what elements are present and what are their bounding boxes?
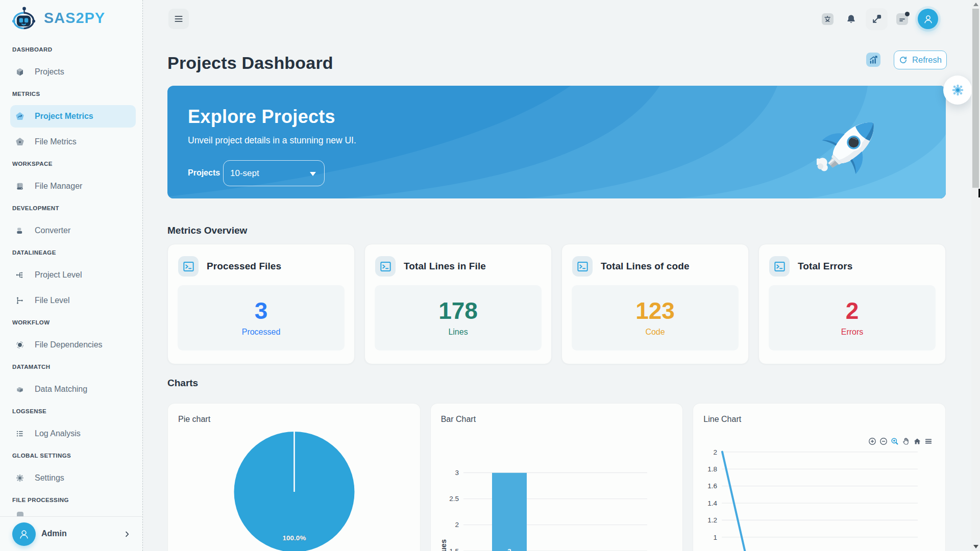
refresh-label: Refresh xyxy=(912,55,942,65)
terminal-icon xyxy=(769,256,790,277)
bar-series-rect[interactable] xyxy=(492,473,527,551)
scrollbar-thumb[interactable] xyxy=(972,9,979,188)
profile-avatar-button[interactable] xyxy=(918,9,938,29)
metric-card-title: Total Lines of code xyxy=(601,261,690,272)
tree-icon xyxy=(15,270,24,280)
nav-section-global-settings: GLOBAL SETTINGS xyxy=(12,452,142,459)
sidebar-user[interactable]: Admin xyxy=(0,516,142,551)
brand-name: SAS2PY xyxy=(44,10,105,27)
line-ytick: 1.2 xyxy=(708,516,718,524)
activity-log-button[interactable] xyxy=(896,13,908,25)
sidebar-item-label: File Dependencies xyxy=(35,340,103,349)
sidebar-item-label: Settings xyxy=(35,473,64,483)
metric-panel: 3 Processed xyxy=(178,285,345,350)
sidebar-item-file-manager[interactable]: File Manager xyxy=(10,175,136,197)
main-content: Projects Dashboard Refresh Explore Proje… xyxy=(143,0,980,551)
project-select-value: 10-sept xyxy=(230,168,259,179)
sidebar: SAS2PY DASHBOARD Projects METRICS Projec… xyxy=(0,0,143,551)
branch-icon xyxy=(15,296,24,305)
banner-title: Explore Projects xyxy=(188,106,335,128)
nav-section-file-processing: FILE PROCESSING xyxy=(12,496,142,504)
line-series[interactable] xyxy=(722,452,747,551)
metric-value: 178 xyxy=(438,299,478,322)
notification-badge xyxy=(905,12,910,16)
nav-section-logsense: LOGSENSE xyxy=(12,408,142,415)
metric-panel: 178 Lines xyxy=(375,285,542,350)
metric-card-header: Total Lines in File xyxy=(375,256,541,277)
refresh-icon xyxy=(899,56,908,64)
metric-card-header: Total Errors xyxy=(769,256,935,277)
user-name: Admin xyxy=(41,529,67,538)
bar-chart[interactable]: 3 2.5 2 1.5 3 Values xyxy=(431,404,683,551)
radar-icon xyxy=(15,340,24,349)
metric-card-header: Processed Files xyxy=(178,256,344,277)
metric-label: Lines xyxy=(448,328,468,337)
sidebar-item-project-level[interactable]: Project Level xyxy=(10,264,136,286)
sidebar-item-label: File Manager xyxy=(35,182,82,191)
sidebar-item-label: Projects xyxy=(35,67,64,77)
sidebar-item-file-metrics[interactable]: File Metrics xyxy=(10,131,136,153)
metric-value: 3 xyxy=(255,299,268,322)
notifications-button[interactable] xyxy=(846,13,856,24)
metric-card-processed-files: Processed Files 3 Processed xyxy=(167,244,355,364)
line-ytick: 1.4 xyxy=(708,499,718,507)
sidebar-item-project-metrics[interactable]: Project Metrics xyxy=(10,105,136,128)
terminal-icon xyxy=(178,256,199,277)
bar-ylabel: Values xyxy=(439,539,448,551)
pie-chart[interactable]: 100.0% xyxy=(168,404,421,551)
metric-card-total-errors: Total Errors 2 Errors xyxy=(758,244,946,364)
nav-section-workflow: WORKFLOW xyxy=(12,319,142,326)
project-select-label: Projects xyxy=(188,168,220,178)
line-chart-card: Line Chart xyxy=(693,403,946,551)
rocket-illustration xyxy=(817,109,888,185)
refresh-button[interactable]: Refresh xyxy=(894,51,947,69)
line-ytick: 1.6 xyxy=(708,482,718,490)
metric-label: Errors xyxy=(841,328,864,337)
line-ytick: 2 xyxy=(714,448,718,456)
brand-logo[interactable]: SAS2PY xyxy=(12,6,105,30)
bar-value-label: 3 xyxy=(507,547,511,551)
chevron-down-icon xyxy=(310,172,316,176)
sidebar-item-projects[interactable]: Projects xyxy=(10,61,136,83)
line-chart[interactable]: 2 1.8 1.6 1.4 1.2 1 xyxy=(693,404,946,551)
translate-icon xyxy=(823,15,832,23)
scroll-down-arrow-icon[interactable] xyxy=(973,545,978,548)
person-icon xyxy=(18,528,30,540)
sidebar-item-file-level[interactable]: File Level xyxy=(10,289,136,312)
gear-icon xyxy=(951,83,965,97)
sidebar-nav: DASHBOARD Projects METRICS Project Metri… xyxy=(0,42,142,516)
sidebar-item-label: Log Analysis xyxy=(35,429,81,438)
hamburger-icon xyxy=(174,14,184,24)
sidebar-item-data-matching[interactable]: Data Matching xyxy=(10,378,136,400)
settings-fab[interactable] xyxy=(943,76,972,105)
clipped-nav-item-icon xyxy=(17,512,23,516)
language-button[interactable] xyxy=(822,13,834,25)
banner-subtitle: Unveil project details in a stunning new… xyxy=(188,135,356,146)
page-title: Projects Dashboard xyxy=(167,53,333,73)
robot-logo-icon xyxy=(12,6,36,30)
menu-toggle-button[interactable] xyxy=(168,9,189,29)
gear-icon xyxy=(15,473,24,483)
project-select[interactable]: 10-sept xyxy=(223,160,325,186)
notes-icon xyxy=(898,15,906,23)
drive-icon xyxy=(15,182,24,191)
line-ytick: 1 xyxy=(714,534,718,541)
cube-icon xyxy=(15,67,24,77)
metric-panel: 123 Code xyxy=(572,285,739,350)
chevron-right-icon[interactable] xyxy=(123,530,131,538)
nav-section-metrics: METRICS xyxy=(12,90,142,97)
sidebar-item-file-dependencies[interactable]: File Dependencies xyxy=(10,334,136,356)
user-avatar[interactable] xyxy=(12,522,36,546)
sidebar-item-log-analysis[interactable]: Log Analysis xyxy=(10,422,136,445)
fullscreen-exit-button[interactable] xyxy=(866,8,888,30)
line-ytick: 1.8 xyxy=(708,465,718,473)
page-scrollbar[interactable] xyxy=(971,0,980,551)
sidebar-item-converter[interactable]: Converter xyxy=(10,219,136,242)
analytics-button[interactable] xyxy=(866,53,880,67)
chart-cards: Pie chart 100.0% Bar Chart 3 xyxy=(167,403,946,551)
scroll-up-arrow-icon[interactable] xyxy=(973,3,978,6)
sidebar-item-settings[interactable]: Settings xyxy=(10,467,136,489)
bar-ytick: 1.5 xyxy=(449,547,459,551)
metric-card-total-lines-of-code: Total Lines of code 123 Code xyxy=(561,244,749,364)
bar-chart-card: Bar Chart 3 2.5 2 1.5 3 Va xyxy=(430,403,683,551)
